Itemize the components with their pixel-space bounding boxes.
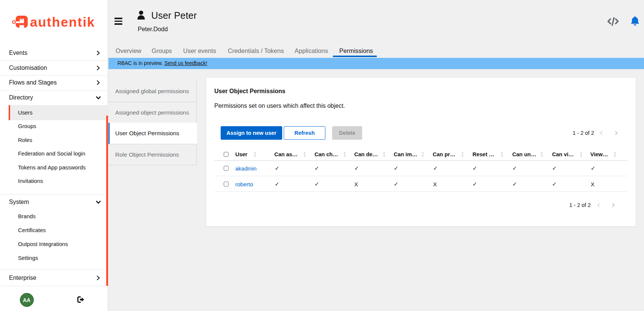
svg-text:authentik: authentik [30, 15, 95, 29]
